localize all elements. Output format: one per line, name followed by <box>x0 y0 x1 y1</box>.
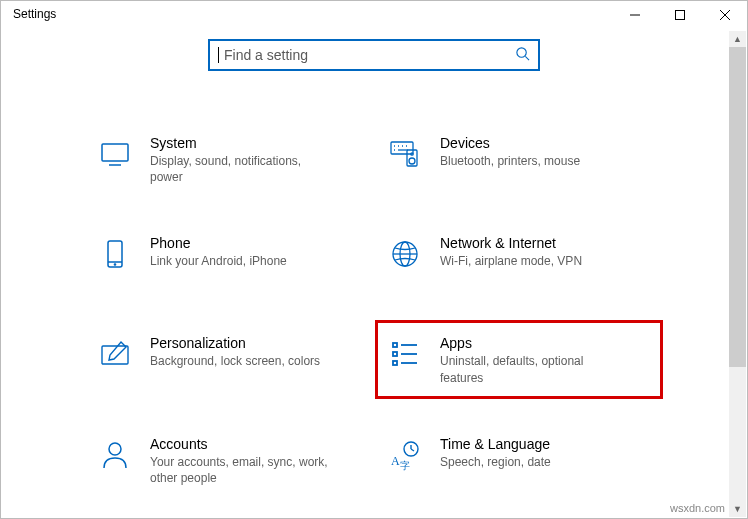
category-title: Apps <box>440 335 620 351</box>
category-subtitle: Link your Android, iPhone <box>150 253 287 269</box>
svg-rect-25 <box>393 343 397 347</box>
minimize-button[interactable] <box>612 1 657 29</box>
watermark: wsxdn.com <box>670 502 725 514</box>
svg-text:字: 字 <box>400 460 410 471</box>
category-subtitle: Your accounts, email, sync, work, other … <box>150 454 330 486</box>
category-subtitle: Display, sound, notifications, power <box>150 153 330 185</box>
category-time-language[interactable]: A 字 Time & Language Speech, region, date <box>384 430 654 490</box>
list-icon <box>388 337 422 371</box>
person-icon <box>98 438 132 472</box>
svg-line-5 <box>525 56 529 60</box>
svg-rect-18 <box>108 241 122 267</box>
window-controls <box>612 1 747 29</box>
time-language-icon: A 字 <box>388 438 422 472</box>
category-title: Time & Language <box>440 436 551 452</box>
category-title: Network & Internet <box>440 235 582 251</box>
category-subtitle: Bluetooth, printers, mouse <box>440 153 580 169</box>
category-subtitle: Background, lock screen, colors <box>150 353 320 369</box>
vertical-scrollbar[interactable]: ▲ ▼ <box>729 31 746 517</box>
maximize-button[interactable] <box>657 1 702 29</box>
search-icon[interactable] <box>515 46 530 64</box>
search-input[interactable] <box>222 46 515 64</box>
category-grid: System Display, sound, notifications, po… <box>94 129 654 490</box>
category-accounts[interactable]: Accounts Your accounts, email, sync, wor… <box>94 430 364 490</box>
svg-rect-27 <box>393 352 397 356</box>
category-subtitle: Wi-Fi, airplane mode, VPN <box>440 253 582 269</box>
svg-text:A: A <box>391 454 400 468</box>
svg-point-20 <box>114 264 115 265</box>
category-apps[interactable]: Apps Uninstall, defaults, optional featu… <box>384 329 654 389</box>
keyboard-speaker-icon <box>388 137 422 171</box>
svg-point-16 <box>409 158 415 164</box>
display-icon <box>98 137 132 171</box>
category-system[interactable]: System Display, sound, notifications, po… <box>94 129 364 189</box>
scrollbar-thumb[interactable] <box>729 47 746 367</box>
search-box[interactable] <box>208 39 540 71</box>
svg-rect-1 <box>675 11 684 20</box>
category-subtitle: Uninstall, defaults, optional features <box>440 353 620 385</box>
close-button[interactable] <box>702 1 747 29</box>
content-area: System Display, sound, notifications, po… <box>1 71 747 490</box>
category-personalization[interactable]: Personalization Background, lock screen,… <box>94 329 364 389</box>
svg-rect-29 <box>393 361 397 365</box>
category-title: Accounts <box>150 436 330 452</box>
category-title: Devices <box>440 135 580 151</box>
category-subtitle: Speech, region, date <box>440 454 551 470</box>
category-network[interactable]: Network & Internet Wi-Fi, airplane mode,… <box>384 229 654 289</box>
text-cursor <box>218 47 219 63</box>
svg-rect-8 <box>391 142 413 154</box>
category-phone[interactable]: Phone Link your Android, iPhone <box>94 229 364 289</box>
svg-rect-6 <box>102 144 128 161</box>
phone-icon <box>98 237 132 271</box>
search-container <box>1 39 747 71</box>
titlebar: Settings <box>1 1 747 31</box>
category-title: Phone <box>150 235 287 251</box>
scroll-up-arrow[interactable]: ▲ <box>729 31 746 47</box>
scroll-down-arrow[interactable]: ▼ <box>729 501 746 517</box>
category-title: Personalization <box>150 335 320 351</box>
svg-point-31 <box>109 443 121 455</box>
paintbrush-icon <box>98 337 132 371</box>
globe-icon <box>388 237 422 271</box>
window-title: Settings <box>13 1 56 21</box>
category-devices[interactable]: Devices Bluetooth, printers, mouse <box>384 129 654 189</box>
category-title: System <box>150 135 330 151</box>
svg-point-4 <box>517 48 526 57</box>
svg-line-34 <box>411 449 414 451</box>
